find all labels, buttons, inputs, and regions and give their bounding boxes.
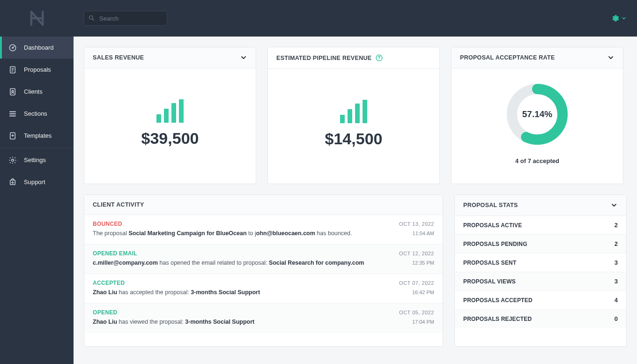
activity-text: c.miller@company.com has opened the emai… xyxy=(93,259,364,267)
card-proposal-stats: PROPOSAL STATS PROPOSALS ACTIVE2PROPOSAL… xyxy=(454,194,627,347)
activity-text: Zhao Liu has accepted the proposal: 3-mo… xyxy=(93,288,260,297)
sidebar-item-label: Settings xyxy=(24,156,46,163)
sidebar-item-label: Proposals xyxy=(24,66,51,73)
search-icon xyxy=(88,15,95,22)
activity-time: 16:42 PM xyxy=(412,290,434,295)
stat-label: PROPOSALS PENDING xyxy=(463,241,527,247)
stat-row[interactable]: PROPOSALS REJECTED0 xyxy=(455,310,626,328)
sidebar-divider xyxy=(0,148,74,148)
sales-revenue-value: $39,500 xyxy=(141,129,199,148)
card-header-proposal-stats: PROPOSAL STATS xyxy=(455,195,626,216)
topbar xyxy=(74,0,637,37)
card-header-sales-revenue: SALES REVENUE xyxy=(84,47,256,68)
activity-date: OCT 13, 2022 xyxy=(399,221,434,227)
bar-chart-icon xyxy=(156,99,184,123)
sidebar-item-label: Support xyxy=(24,178,45,186)
stat-row[interactable]: PROPOSALS SENT3 xyxy=(455,253,626,272)
support-icon xyxy=(8,178,17,186)
chevron-down-icon xyxy=(621,15,627,21)
card-sales-revenue: SALES REVENUE $39,500 xyxy=(84,47,256,184)
gear-icon xyxy=(8,156,17,164)
activity-time: 17:04 PM xyxy=(412,319,434,325)
chevron-down-icon[interactable] xyxy=(607,54,615,61)
card-acceptance-rate: PROPOSAL ACCEPTANCE RATE xyxy=(451,47,623,184)
activity-time: 12:35 PM xyxy=(412,260,434,266)
stat-value: 3 xyxy=(615,278,618,285)
sidebar-item-sections[interactable]: Sections xyxy=(0,103,74,125)
card-client-activity: CLIENT ACTIVITY BOUNCEDOCT 13, 2022The p… xyxy=(84,194,443,347)
svg-point-19 xyxy=(89,16,93,20)
svg-point-22 xyxy=(379,59,380,60)
card-header-pipeline-revenue: ESTIMATED PIPELINE REVENUE xyxy=(268,47,439,69)
help-icon[interactable] xyxy=(375,54,383,62)
logo-icon xyxy=(27,8,47,28)
activity-status: OPENED EMAIL xyxy=(93,250,137,257)
stat-label: PROPOSAL VIEWS xyxy=(463,278,516,285)
stat-value: 2 xyxy=(615,222,618,229)
stat-row[interactable]: PROPOSALS PENDING2 xyxy=(455,235,626,253)
svg-point-8 xyxy=(12,90,14,92)
pipeline-revenue-value: $14,500 xyxy=(325,130,383,148)
activity-status: OPENED xyxy=(93,309,117,316)
stat-row[interactable]: PROPOSALS ACTIVE2 xyxy=(455,216,626,235)
sidebar: DashboardProposalsClientsSectionsTemplat… xyxy=(0,0,74,364)
card-pipeline-revenue: ESTIMATED PIPELINE REVENUE $14,500 xyxy=(267,47,440,184)
search-input[interactable] xyxy=(84,11,167,26)
sidebar-item-label: Templates xyxy=(24,132,52,139)
card-title: PROPOSAL STATS xyxy=(463,202,518,208)
activity-row[interactable]: OPENEDOCT 05, 2022Zhao Liu has viewed th… xyxy=(84,304,443,333)
content-area: SALES REVENUE $39,500 xyxy=(74,37,637,364)
sidebar-item-support[interactable]: Support xyxy=(0,171,74,193)
client-icon xyxy=(8,88,17,96)
stat-value: 4 xyxy=(615,297,618,304)
app-logo[interactable] xyxy=(0,0,74,37)
settings-dropdown[interactable] xyxy=(611,14,627,22)
card-title: ESTIMATED PIPELINE REVENUE xyxy=(276,55,371,61)
bar-chart-icon xyxy=(340,100,367,123)
activity-status: ACCEPTED xyxy=(93,280,125,286)
activity-date: OCT 07, 2022 xyxy=(399,280,434,286)
gear-icon xyxy=(611,14,619,22)
stat-value: 2 xyxy=(615,240,618,247)
sidebar-item-settings[interactable]: Settings xyxy=(0,149,74,171)
stat-label: PROPOSALS ACCEPTED xyxy=(463,297,533,304)
chevron-down-icon[interactable] xyxy=(240,54,247,61)
sidebar-item-clients[interactable]: Clients xyxy=(0,81,74,103)
card-title: PROPOSAL ACCEPTANCE RATE xyxy=(460,54,555,61)
stat-value: 0 xyxy=(615,315,618,322)
card-header-acceptance: PROPOSAL ACCEPTANCE RATE xyxy=(452,47,623,68)
svg-point-15 xyxy=(12,159,14,161)
acceptance-percent: 57.14% xyxy=(504,82,570,147)
activity-text: The proposal Social Marketing Campaign f… xyxy=(93,229,352,238)
sidebar-item-label: Clients xyxy=(24,88,43,95)
stat-label: PROPOSALS REJECTED xyxy=(463,316,532,322)
activity-date: OCT 05, 2022 xyxy=(399,310,434,315)
sections-icon xyxy=(8,110,17,118)
search-wrap xyxy=(84,11,167,26)
stat-row[interactable]: PROPOSAL VIEWS3 xyxy=(455,272,626,291)
sidebar-item-label: Sections xyxy=(24,110,47,117)
activity-date: OCT 12, 2022 xyxy=(399,251,434,256)
activity-row[interactable]: OPENED EMAILOCT 12, 2022c.miller@company… xyxy=(84,245,443,274)
activity-row[interactable]: ACCEPTEDOCT 07, 2022Zhao Liu has accepte… xyxy=(84,274,443,304)
stat-value: 3 xyxy=(615,259,618,266)
stat-label: PROPOSALS ACTIVE xyxy=(463,222,522,229)
activity-time: 11:04 AM xyxy=(413,230,434,236)
sidebar-item-label: Dashboard xyxy=(24,44,54,51)
stat-row[interactable]: PROPOSALS ACCEPTED4 xyxy=(455,291,626,310)
acceptance-caption: 4 of 7 accepted xyxy=(515,157,559,164)
card-header-client-activity: CLIENT ACTIVITY xyxy=(84,195,443,215)
activity-row[interactable]: BOUNCEDOCT 13, 2022The proposal Social M… xyxy=(84,215,443,245)
document-icon xyxy=(8,66,17,74)
activity-text: Zhao Liu has viewed the proposal: 3-mont… xyxy=(93,318,254,326)
sidebar-item-proposals[interactable]: Proposals xyxy=(0,59,74,81)
card-title: SALES REVENUE xyxy=(93,54,144,61)
sidebar-item-dashboard[interactable]: Dashboard xyxy=(0,37,74,59)
card-title: CLIENT ACTIVITY xyxy=(93,201,144,208)
activity-status: BOUNCED xyxy=(93,221,122,227)
acceptance-donut-chart: 57.14% xyxy=(504,82,570,147)
gauge-icon xyxy=(8,44,17,52)
chevron-down-icon[interactable] xyxy=(610,201,618,209)
sidebar-item-templates[interactable]: Templates xyxy=(0,125,74,147)
svg-line-20 xyxy=(92,19,94,20)
